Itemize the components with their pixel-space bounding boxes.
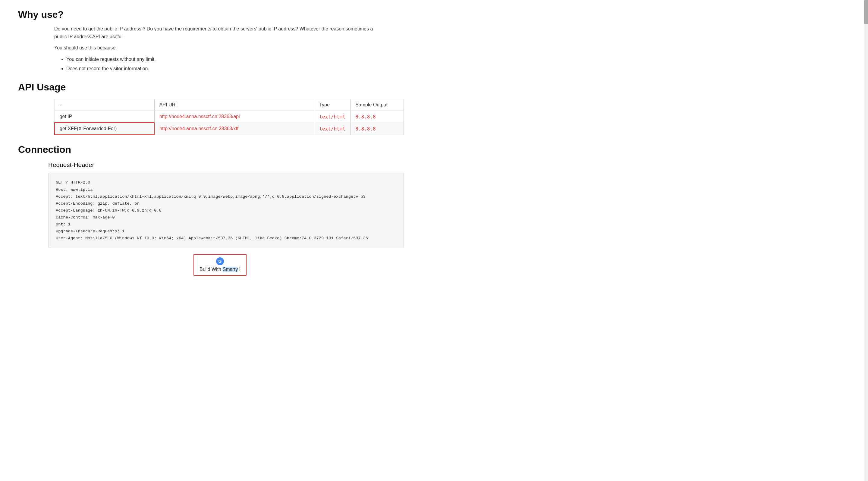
table-row-highlighted: get XFF(X-Forwarded-For) http://node4.an… [55,123,404,135]
row2-uri-link[interactable]: http://node4.anna.nssctf.cn:28363/xff [159,126,239,131]
smarty-icon: G [216,257,224,265]
intro-paragraph: Do you need to get the public IP address… [54,25,386,40]
smarty-popup-wrapper: G Build With Smarty ! [18,254,422,276]
api-table: - API URI Type Sample Output get IP http… [54,99,404,135]
row1-output: 8.8.8.8 [350,110,404,123]
smarty-popup[interactable]: G Build With Smarty ! [193,254,247,276]
smarty-label: Build With Smarty ! [199,267,241,272]
smarty-label-suffix: ! [238,267,241,272]
table-header-row: - API URI Type Sample Output [55,99,404,110]
use-because-label: You should use this because: [54,44,386,52]
table-row: get IP http://node4.anna.nssctf.cn:28363… [55,110,404,123]
col-header-uri: API URI [154,99,314,110]
smarty-icon-row: G [199,257,241,265]
col-header-type: Type [314,99,350,110]
col-header-action: - [55,99,154,110]
bullet-item-2: Does not record the visitor information. [66,65,422,73]
bullets-list: You can initiate requests without any li… [66,56,422,73]
row2-output: 8.8.8.8 [350,123,404,135]
why-use-title: Why use? [18,9,422,20]
api-table-wrapper: - API URI Type Sample Output get IP http… [54,99,404,135]
code-block: GET / HTTP/2.0 Host: www.ip.la Accept: t… [48,173,404,248]
bullet-item-1: You can initiate requests without any li… [66,56,422,63]
svg-text:G: G [218,259,222,264]
row1-uri-link[interactable]: http://node4.anna.nssctf.cn:28363/api [159,114,240,119]
row1-type-badge: text/html [319,114,345,120]
connection-title: Connection [18,144,422,155]
row1-action: get IP [55,110,154,123]
row2-uri[interactable]: http://node4.anna.nssctf.cn:28363/xff [154,123,314,135]
row1-output-value: 8.8.8.8 [355,114,375,120]
row2-type: text/html [314,123,350,135]
smarty-label-highlight: Smarty [222,267,238,272]
row1-type: text/html [314,110,350,123]
smarty-label-prefix: Build With [199,267,222,272]
row1-uri[interactable]: http://node4.anna.nssctf.cn:28363/api [154,110,314,123]
row2-type-badge: text/html [319,126,345,132]
api-usage-title: API Usage [18,82,422,93]
row2-output-value: 8.8.8.8 [355,126,375,132]
row2-action: get XFF(X-Forwarded-For) [55,123,154,135]
request-header-title: Request-Header [48,161,422,168]
col-header-output: Sample Output [350,99,404,110]
